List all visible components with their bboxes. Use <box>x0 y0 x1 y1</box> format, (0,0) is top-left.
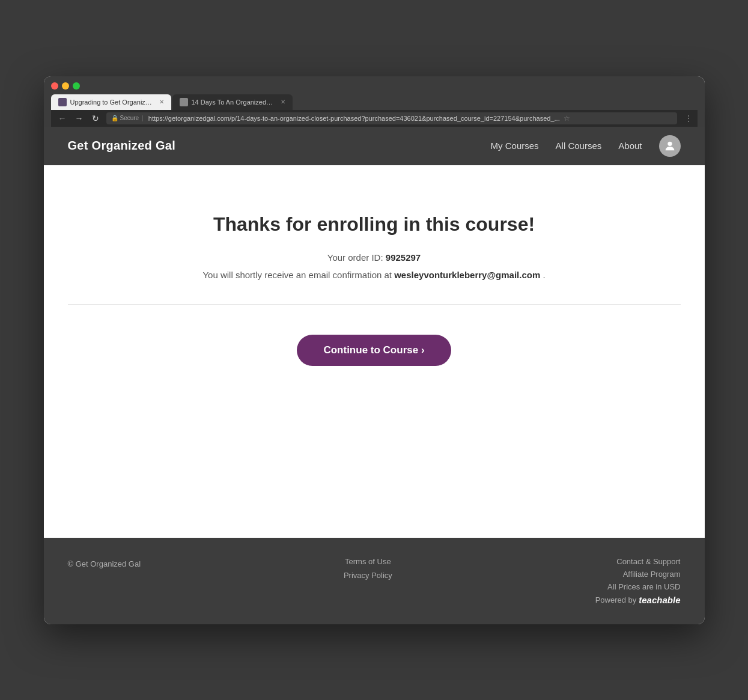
tabs-bar: Upgrading to Get Organized C… ✕ 14 Days … <box>51 94 698 110</box>
traffic-lights <box>51 82 80 90</box>
footer-links-center: Terms of Use Privacy Policy <box>344 557 392 580</box>
address-field[interactable]: 🔒 Secure | https://getorganizedgal.com/p… <box>106 112 677 124</box>
address-text: https://getorganizedgal.com/p/14-days-to… <box>148 115 560 122</box>
user-avatar[interactable] <box>659 135 681 157</box>
tab-favicon-inactive <box>180 98 188 106</box>
site-nav: My Courses All Courses About <box>491 135 681 157</box>
email-confirmation-line: You will shortly receive an email confir… <box>68 270 681 280</box>
privacy-policy-link[interactable]: Privacy Policy <box>344 571 392 580</box>
prices-usd-label: All Prices are in USD <box>607 582 680 591</box>
powered-by: Powered by teachable <box>595 595 681 605</box>
minimize-button[interactable] <box>62 82 69 90</box>
browser-controls <box>51 82 698 90</box>
teachable-logo: teachable <box>639 595 680 605</box>
nav-buttons: ← → ↻ <box>56 112 102 124</box>
browser-menu-icon[interactable]: ⋮ <box>684 114 693 123</box>
order-id-label: Your order ID: <box>327 252 383 263</box>
email-address: wesleyvonturkleberry@gmail.com <box>394 270 540 280</box>
email-suffix: . <box>543 270 545 280</box>
back-button[interactable]: ← <box>56 112 69 124</box>
nav-about[interactable]: About <box>618 141 642 151</box>
site-logo: Get Organized Gal <box>68 139 176 153</box>
tab-label-inactive: 14 Days To An Organized Clos… <box>192 99 275 106</box>
page-heading: Thanks for enrolling in this course! <box>68 213 681 236</box>
site-footer: © Get Organized Gal Terms of Use Privacy… <box>44 538 705 624</box>
footer-links-right: Contact & Support Affiliate Program All … <box>595 557 681 605</box>
tab-label-active: Upgrading to Get Organized C… <box>70 99 153 106</box>
site-header: Get Organized Gal My Courses All Courses… <box>44 127 705 165</box>
email-prefix: You will shortly receive an email confir… <box>202 270 392 280</box>
secure-badge: 🔒 Secure | <box>111 115 145 121</box>
lock-icon: 🔒 <box>111 115 118 121</box>
tab-favicon-active <box>58 98 67 106</box>
maximize-button[interactable] <box>73 82 80 90</box>
terms-of-use-link[interactable]: Terms of Use <box>345 557 391 566</box>
divider <box>68 304 681 305</box>
tab-close-inactive[interactable]: ✕ <box>281 99 285 105</box>
order-id-line: Your order ID: 9925297 <box>68 252 681 263</box>
order-id-value: 9925297 <box>386 252 421 263</box>
nav-all-courses[interactable]: All Courses <box>556 141 602 151</box>
browser-tab-active[interactable]: Upgrading to Get Organized C… ✕ <box>51 94 171 110</box>
contact-support-link[interactable]: Contact & Support <box>616 557 680 566</box>
footer-copyright: © Get Organized Gal <box>68 557 141 568</box>
browser-chrome: Upgrading to Get Organized C… ✕ 14 Days … <box>44 76 705 127</box>
address-bar-row: ← → ↻ 🔒 Secure | https://getorganizedgal… <box>51 110 698 127</box>
powered-by-prefix: Powered by <box>595 595 637 604</box>
browser-tab-inactive[interactable]: 14 Days To An Organized Clos… ✕ <box>172 94 293 110</box>
browser-window: Upgrading to Get Organized C… ✕ 14 Days … <box>44 76 705 624</box>
svg-point-0 <box>667 141 672 145</box>
forward-button[interactable]: → <box>73 112 86 124</box>
affiliate-program-link[interactable]: Affiliate Program <box>623 570 681 579</box>
continue-to-course-button[interactable]: Continue to Course › <box>297 335 451 366</box>
nav-my-courses[interactable]: My Courses <box>491 141 539 151</box>
main-content: Thanks for enrolling in this course! You… <box>44 165 705 538</box>
bookmark-icon[interactable]: ☆ <box>564 114 570 123</box>
reload-button[interactable]: ↻ <box>90 112 102 124</box>
tab-close-active[interactable]: ✕ <box>159 99 164 105</box>
close-button[interactable] <box>51 82 58 90</box>
